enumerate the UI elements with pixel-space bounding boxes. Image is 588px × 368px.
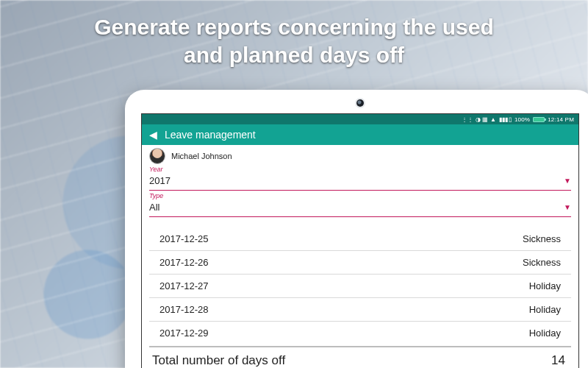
list-item[interactable]: 2017-12-26 Sickness [149,251,571,275]
entry-kind: Sickness [523,257,561,268]
tablet-frame: ⋮⋮ ◑ ▦ ▲ ▮▮▮▯ 100% 12:14 PM ◀ Leave mana… [125,90,588,368]
type-filter-label: Type [149,192,571,199]
entry-date: 2017-12-29 [159,328,209,339]
entry-date: 2017-12-25 [159,233,209,244]
total-label: Total number of days off [152,353,285,368]
list-item[interactable]: 2017-12-25 Sickness [149,227,571,251]
wifi-icon: ⋮⋮ ◑ ▦ ▲ [462,116,496,123]
app-bar: ◀ Leave management [142,124,578,145]
entry-date: 2017-12-27 [159,280,209,291]
year-filter-value: 2017 [149,175,171,186]
headline-line1: Generate reports concerning the used [0,13,588,41]
entries-list: 2017-12-25 Sickness 2017-12-26 Sickness … [142,224,578,344]
year-filter[interactable]: Year 2017 ▼ [142,166,578,192]
list-item[interactable]: 2017-12-28 Holiday [149,298,571,322]
entry-kind: Holiday [529,304,561,315]
list-item[interactable]: 2017-12-29 Holiday [149,322,571,344]
chevron-down-icon: ▼ [564,177,571,185]
headline-line2: and planned days off [0,41,588,69]
user-row[interactable]: Michael Johnson [142,145,578,166]
chevron-down-icon: ▼ [564,203,571,211]
battery-percent: 100% [514,116,530,123]
promo-headline: Generate reports concerning the used and… [0,13,588,68]
battery-icon [533,117,545,122]
entry-kind: Sickness [523,233,561,244]
type-filter[interactable]: Type All ▼ [142,192,578,219]
status-bar: ⋮⋮ ◑ ▦ ▲ ▮▮▮▯ 100% 12:14 PM [142,114,578,124]
app-title: Leave management [165,129,256,141]
user-name: Michael Johnson [171,152,232,160]
back-icon[interactable]: ◀ [149,130,157,140]
entry-kind: Holiday [529,280,561,291]
entry-kind: Holiday [529,328,561,339]
app-screen: ⋮⋮ ◑ ▦ ▲ ▮▮▮▯ 100% 12:14 PM ◀ Leave mana… [141,113,579,368]
clock: 12:14 PM [548,116,574,123]
signal-icon: ▮▮▮▯ [499,116,512,123]
list-item[interactable]: 2017-12-27 Holiday [149,275,571,298]
avatar [149,148,165,164]
year-filter-label: Year [149,166,571,173]
camera-icon [356,99,364,107]
entry-date: 2017-12-26 [159,257,209,268]
entry-date: 2017-12-28 [159,304,209,315]
type-filter-value: All [149,202,159,213]
total-value: 14 [551,353,565,368]
total-row: Total number of days off 14 [142,347,578,368]
